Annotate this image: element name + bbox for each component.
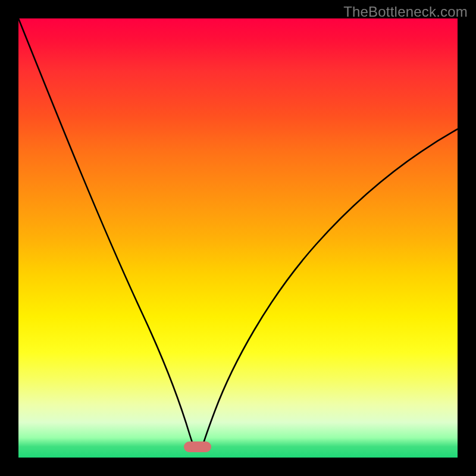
- plot-area: [18, 18, 458, 458]
- chart-frame: TheBottleneck.com: [0, 0, 476, 476]
- curve-left-branch: [18, 18, 195, 449]
- bottleneck-curves: [18, 18, 458, 458]
- curve-right-branch: [202, 129, 458, 449]
- optimal-marker: [184, 441, 211, 452]
- watermark-text: TheBottleneck.com: [343, 4, 468, 20]
